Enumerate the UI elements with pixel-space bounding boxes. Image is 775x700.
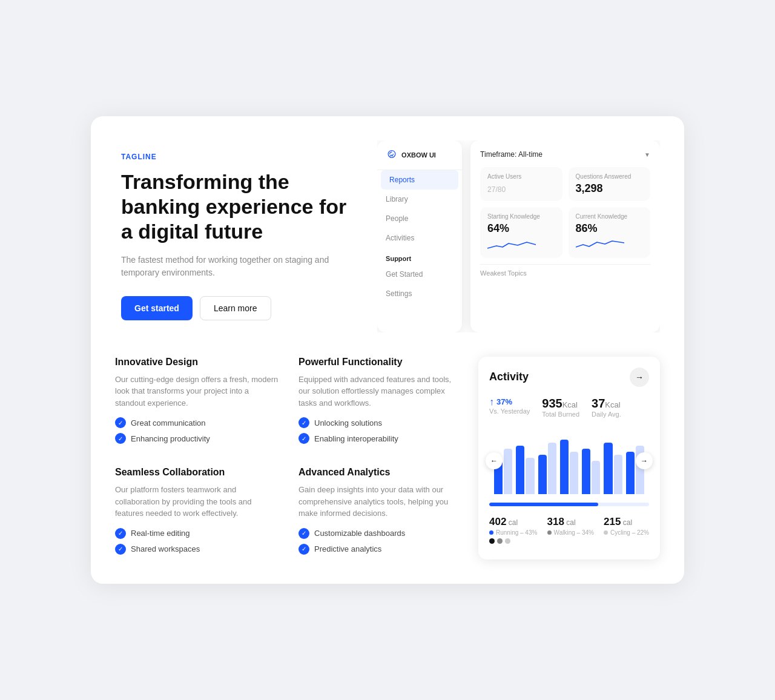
stat3-label: Starting Knowledge: [487, 213, 555, 220]
list-item: ✓ Enabling interoperability: [298, 433, 464, 444]
cal-running: 402 cal Running – 43%: [489, 516, 537, 544]
bar-pair: [538, 443, 556, 494]
feature-innovative-design: Innovative Design Our cutting-edge desig…: [115, 357, 280, 449]
learn-more-button[interactable]: Learn more: [200, 296, 271, 320]
get-started-button[interactable]: Get started: [121, 296, 193, 320]
cal3-label: Cycling – 22%: [604, 529, 649, 536]
bar-light: [570, 452, 578, 494]
bar-chart-prev-button[interactable]: ←: [486, 452, 503, 469]
vs-yesterday-value: 37%: [496, 397, 512, 406]
feature4-title: Advanced Analytics: [298, 467, 464, 478]
total-burned-label: Total Burned: [542, 411, 579, 418]
list-item: ✓ Real-time editing: [115, 528, 280, 539]
analytics-card: Timeframe: All-time ▼ Active Users 27/80…: [470, 140, 660, 332]
list-item: ✓ Enhancing productivity: [115, 433, 280, 444]
cal2-label: Walking – 34%: [547, 529, 594, 536]
oxbow-icon: [386, 149, 398, 161]
bar-chart: ←: [489, 428, 649, 494]
mini-chart-1: [487, 237, 555, 252]
timeframe-row: Timeframe: All-time ▼: [480, 150, 650, 159]
feature3-title: Seamless Collaboration: [115, 467, 280, 478]
bar-blue: [604, 443, 612, 494]
bottom-section: Innovative Design Our cutting-edge desig…: [115, 357, 660, 560]
activity-arrow-button[interactable]: →: [630, 368, 649, 387]
bar-pair: [560, 440, 578, 494]
nav-library[interactable]: Library: [377, 190, 462, 209]
nav-settings[interactable]: Settings: [377, 284, 462, 303]
feature2-desc: Equipped with advanced features and tool…: [298, 374, 464, 409]
cal1-value: 402 cal: [489, 516, 537, 528]
oxbow-logo: OXBOW UI: [377, 149, 462, 170]
cal1-dot: [489, 530, 493, 535]
oxbow-nav-card: OXBOW UI Reports Library People Activiti…: [377, 140, 462, 332]
hero-section: TAGLINE Transforming the banking experie…: [115, 140, 363, 332]
bar-light: [548, 443, 556, 494]
stat2-value: 3,298: [576, 182, 643, 195]
bar-blue: [560, 440, 569, 494]
stat-active-users: Active Users 27/80: [480, 167, 562, 201]
check-icon: ✓: [115, 528, 126, 539]
hero-subtitle: The fastest method for working together …: [121, 254, 339, 279]
feature3-list: ✓ Real-time editing ✓ Shared workspaces: [115, 528, 280, 555]
hero-title: Transforming the banking experience for …: [121, 170, 357, 243]
nav-support-label: Support: [377, 248, 462, 265]
stat2-label: Questions Answered: [576, 173, 643, 180]
oxbow-name-label: OXBOW UI: [401, 151, 436, 159]
list-item: ✓ Predictive analytics: [298, 544, 464, 555]
top-section: TAGLINE Transforming the banking experie…: [115, 140, 660, 332]
chevron-down-icon: ▼: [644, 151, 650, 158]
cal2-value: 318 cal: [547, 516, 594, 528]
list-item: ✓ Unlocking solutions: [298, 417, 464, 428]
bar-pair: [582, 449, 600, 494]
bar-blue: [582, 449, 590, 494]
daily-avg-value: 37Kcal: [592, 397, 621, 411]
bar-pair: [604, 443, 622, 494]
progress-fill: [489, 503, 598, 506]
check-icon: ✓: [115, 433, 126, 444]
bar-blue: [538, 455, 547, 494]
main-card: TAGLINE Transforming the banking experie…: [91, 116, 684, 583]
bar-light: [526, 458, 534, 494]
nav-activities[interactable]: Activities: [377, 228, 462, 248]
check-icon: ✓: [115, 544, 126, 555]
activity-header: Activity →: [489, 368, 649, 387]
bar-light: [592, 461, 600, 494]
feature4-desc: Gain deep insights into your data with o…: [298, 484, 464, 520]
stat-questions: Questions Answered 3,298: [569, 167, 650, 201]
feature1-title: Innovative Design: [115, 357, 280, 368]
vs-yesterday-label: Vs. Yesterday: [489, 408, 530, 415]
stat1-value: 27/80: [487, 182, 555, 195]
list-item: ✓ Customizable dashboards: [298, 528, 464, 539]
feature2-list: ✓ Unlocking solutions ✓ Enabling interop…: [298, 417, 464, 444]
bar-blue: [626, 452, 635, 494]
cal3-value: 215 cal: [604, 516, 649, 528]
list-item: ✓ Great communication: [115, 417, 280, 428]
cal3-dot: [604, 530, 608, 535]
feature-advanced-analytics: Advanced Analytics Gain deep insights in…: [298, 467, 464, 560]
activity-title: Activity: [489, 371, 529, 383]
stats-grid-top: Active Users 27/80 Questions Answered 3,…: [480, 167, 650, 201]
nav-people[interactable]: People: [377, 209, 462, 228]
nav-get-started[interactable]: Get Started: [377, 265, 462, 284]
feature-seamless-collaboration: Seamless Collaboration Our platform fost…: [115, 467, 280, 560]
cal1-dots: [489, 538, 537, 544]
check-icon: ✓: [115, 417, 126, 428]
cal1-label: Running – 43%: [489, 529, 537, 536]
weakest-topics: Weakest Topics: [480, 264, 650, 277]
timeframe-label: Timeframe: All-time: [480, 150, 542, 159]
cal2-dot: [547, 530, 552, 535]
progress-bar-area: [489, 503, 649, 506]
nav-reports[interactable]: Reports: [381, 170, 458, 190]
feature1-list: ✓ Great communication ✓ Enhancing produc…: [115, 417, 280, 444]
mini-chart-2: [576, 237, 643, 252]
activity-stats-row: ↑ 37% Vs. Yesterday 935Kcal Total Burned…: [489, 397, 649, 418]
check-icon: ✓: [298, 417, 309, 428]
stat4-label: Current Knowledge: [576, 213, 643, 220]
stat-current-knowledge: Current Knowledge 86%: [569, 207, 650, 258]
stat-daily-avg: 37Kcal Daily Avg.: [592, 397, 621, 418]
total-burned-value: 935Kcal: [542, 397, 579, 411]
activity-card: Activity → ↑ 37% Vs. Yesterday 935Kcal T…: [478, 357, 660, 560]
bar-pair: [516, 446, 534, 494]
bar-chart-next-button[interactable]: →: [636, 452, 653, 469]
list-item: ✓ Shared workspaces: [115, 544, 280, 555]
